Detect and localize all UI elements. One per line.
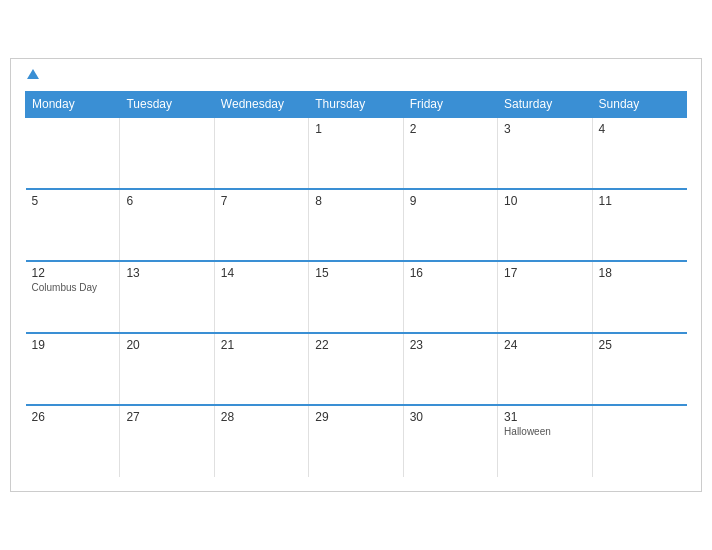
day-number: 11 [599, 194, 681, 208]
day-number: 3 [504, 122, 585, 136]
weekday-header-sunday: Sunday [592, 92, 686, 118]
day-cell: 18 [592, 261, 686, 333]
day-cell: 23 [403, 333, 497, 405]
day-cell: 24 [498, 333, 592, 405]
day-cell: 12Columbus Day [26, 261, 120, 333]
weekday-header-row: MondayTuesdayWednesdayThursdayFridaySatu… [26, 92, 687, 118]
day-cell: 19 [26, 333, 120, 405]
day-number: 15 [315, 266, 396, 280]
week-row-4: 19202122232425 [26, 333, 687, 405]
week-row-3: 12Columbus Day131415161718 [26, 261, 687, 333]
day-number: 4 [599, 122, 681, 136]
day-number: 7 [221, 194, 302, 208]
weekday-header-thursday: Thursday [309, 92, 403, 118]
calendar-table: MondayTuesdayWednesdayThursdayFridaySatu… [25, 91, 687, 477]
calendar-header [25, 69, 687, 79]
week-row-1: 1234 [26, 117, 687, 189]
day-cell: 25 [592, 333, 686, 405]
day-cell: 30 [403, 405, 497, 477]
weekday-header-wednesday: Wednesday [214, 92, 308, 118]
day-cell: 14 [214, 261, 308, 333]
day-cell: 11 [592, 189, 686, 261]
day-cell: 20 [120, 333, 214, 405]
day-cell: 4 [592, 117, 686, 189]
day-cell: 26 [26, 405, 120, 477]
day-number: 25 [599, 338, 681, 352]
week-row-5: 262728293031Halloween [26, 405, 687, 477]
day-number: 8 [315, 194, 396, 208]
day-cell: 27 [120, 405, 214, 477]
day-number: 12 [32, 266, 114, 280]
day-cell: 5 [26, 189, 120, 261]
weekday-header-saturday: Saturday [498, 92, 592, 118]
day-number: 22 [315, 338, 396, 352]
day-number: 6 [126, 194, 207, 208]
day-number: 31 [504, 410, 585, 424]
day-cell: 10 [498, 189, 592, 261]
day-number: 29 [315, 410, 396, 424]
day-number: 23 [410, 338, 491, 352]
day-cell: 7 [214, 189, 308, 261]
day-number: 18 [599, 266, 681, 280]
day-number: 27 [126, 410, 207, 424]
day-cell: 9 [403, 189, 497, 261]
day-cell: 31Halloween [498, 405, 592, 477]
day-number: 13 [126, 266, 207, 280]
day-cell [120, 117, 214, 189]
day-cell: 15 [309, 261, 403, 333]
calendar-container: MondayTuesdayWednesdayThursdayFridaySatu… [10, 58, 702, 492]
day-number: 19 [32, 338, 114, 352]
day-cell: 22 [309, 333, 403, 405]
day-number: 21 [221, 338, 302, 352]
day-cell: 29 [309, 405, 403, 477]
day-cell: 2 [403, 117, 497, 189]
weekday-header-tuesday: Tuesday [120, 92, 214, 118]
day-cell: 13 [120, 261, 214, 333]
day-cell: 8 [309, 189, 403, 261]
weekday-header-friday: Friday [403, 92, 497, 118]
day-cell: 16 [403, 261, 497, 333]
day-number: 14 [221, 266, 302, 280]
day-cell: 1 [309, 117, 403, 189]
logo-triangle-icon [27, 69, 39, 79]
day-number: 17 [504, 266, 585, 280]
day-number: 10 [504, 194, 585, 208]
weekday-header-monday: Monday [26, 92, 120, 118]
day-number: 9 [410, 194, 491, 208]
day-cell: 21 [214, 333, 308, 405]
logo [25, 69, 39, 79]
day-number: 1 [315, 122, 396, 136]
day-number: 5 [32, 194, 114, 208]
day-number: 30 [410, 410, 491, 424]
week-row-2: 567891011 [26, 189, 687, 261]
day-number: 16 [410, 266, 491, 280]
day-cell [26, 117, 120, 189]
day-number: 24 [504, 338, 585, 352]
day-event: Columbus Day [32, 282, 114, 293]
day-number: 28 [221, 410, 302, 424]
day-number: 20 [126, 338, 207, 352]
day-cell: 28 [214, 405, 308, 477]
day-event: Halloween [504, 426, 585, 437]
day-number: 26 [32, 410, 114, 424]
day-cell [214, 117, 308, 189]
day-cell: 3 [498, 117, 592, 189]
day-number: 2 [410, 122, 491, 136]
day-cell: 6 [120, 189, 214, 261]
day-cell: 17 [498, 261, 592, 333]
day-cell [592, 405, 686, 477]
